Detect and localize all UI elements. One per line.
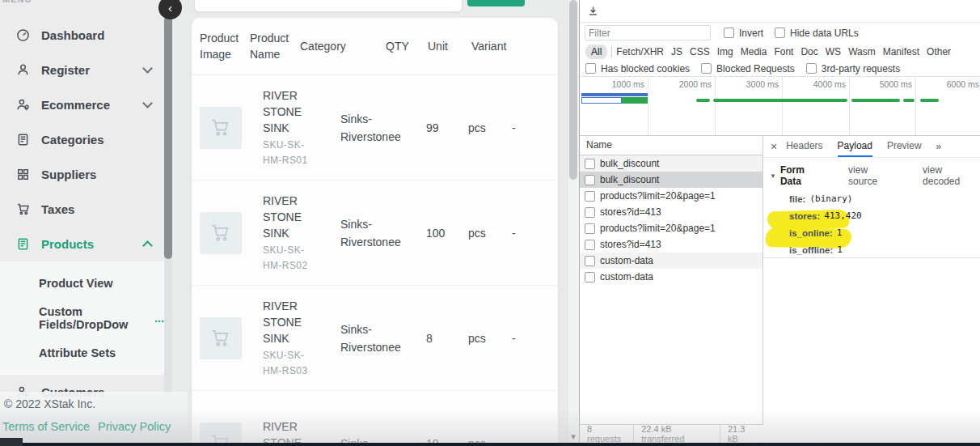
form-data-key: is_online: — [789, 228, 833, 238]
type-tab-font[interactable]: Font — [774, 46, 793, 57]
third-party-requests-checkbox[interactable] — [806, 63, 817, 74]
primary-action-button[interactable] — [467, 0, 525, 6]
request-row[interactable]: stores?id=413 — [580, 204, 762, 220]
type-tab-wasm[interactable]: Wasm — [848, 46, 876, 57]
sidebar-item-suppliers[interactable]: Suppliers — [0, 157, 164, 192]
blocked-requests-checkbox[interactable] — [701, 63, 712, 74]
form-data-entry-highlighted: is_offline: 1 — [763, 241, 980, 258]
request-name: products?limit=20&page=1 — [600, 223, 716, 234]
view-source-link[interactable]: view source — [848, 164, 898, 187]
sidebar-item-products[interactable]: Products — [0, 227, 164, 261]
timeline-gridline — [849, 77, 850, 135]
sidebar-item-categories[interactable]: Categories — [0, 122, 164, 157]
submenu-item-label: Attribute Sets — [39, 346, 116, 359]
request-row[interactable]: custom-data — [580, 253, 762, 269]
scrollbar-down-arrow[interactable]: ▾ — [568, 430, 579, 443]
sidebar-item-taxes[interactable]: Taxes — [0, 192, 164, 227]
type-tab-all[interactable]: All — [585, 45, 607, 59]
type-tab-fetch-xhr[interactable]: Fetch/XHR — [616, 46, 664, 57]
table-row[interactable]: RIVER STONE SINK SKU-SK-HM-RS03 Sinks-Ri… — [192, 286, 558, 391]
has-blocked-cookies-checkbox[interactable] — [585, 63, 596, 74]
timeline-gridline — [648, 77, 648, 135]
qty-cell: 8 — [426, 332, 468, 345]
column-header[interactable]: Variant — [471, 38, 508, 54]
type-tab-img[interactable]: Img — [717, 46, 733, 57]
request-checkbox[interactable] — [585, 207, 595, 218]
page-scrollbar-thumb[interactable] — [569, 0, 577, 180]
request-row[interactable]: products?limit=20&page=1 — [580, 220, 762, 236]
type-tab-doc[interactable]: Doc — [800, 46, 817, 57]
requests-pane: Name bulk_discount bulk_discount product… — [580, 136, 763, 446]
type-tab-media[interactable]: Media — [741, 46, 767, 57]
submenu-item-attribute-sets[interactable]: Attribute Sets — [0, 335, 164, 370]
request-checkbox[interactable] — [585, 272, 595, 282]
sidebar-item-ecommerce[interactable]: Ecommerce — [0, 87, 164, 122]
request-row[interactable]: products?limit=20&page=1 — [580, 188, 762, 204]
column-header[interactable]: Unit — [428, 38, 471, 54]
column-header[interactable]: Product Name — [250, 30, 300, 62]
type-tab-js[interactable]: JS — [671, 46, 682, 57]
form-data-key: is_offline: — [789, 245, 833, 255]
terms-of-service-link[interactable]: Terms of Service — [2, 420, 90, 433]
import-har-icon[interactable] — [588, 6, 598, 16]
timeline-request-bar — [696, 99, 710, 102]
request-row[interactable]: custom-data — [580, 269, 762, 285]
type-tab-css[interactable]: CSS — [690, 46, 710, 57]
column-header[interactable]: Category — [300, 38, 386, 54]
column-header[interactable]: QTY — [386, 38, 428, 54]
category-cell: Sinks-Riverstonee — [340, 110, 426, 146]
submenu-item-custom-fields[interactable]: Custom Fields/DropDow... — [0, 300, 164, 335]
request-checkbox[interactable] — [585, 240, 595, 250]
request-row[interactable]: stores?id=413 — [580, 236, 762, 253]
form-data-section-header[interactable]: ▼ Form Data view source view decoded — [770, 164, 980, 187]
search-input[interactable] — [194, 0, 463, 12]
tab-payload[interactable]: Payload — [838, 136, 872, 157]
category-cell: Sinks-Riverstonee — [340, 215, 426, 251]
request-checkbox[interactable] — [585, 223, 595, 234]
tab-headers[interactable]: Headers — [786, 136, 822, 157]
sidebar-item-register[interactable]: Register — [0, 53, 164, 87]
request-checkbox[interactable] — [585, 191, 595, 202]
product-image-cell — [200, 317, 263, 359]
table-row[interactable]: RIVER STONE SINK SKU-SK-HM-RS01 Sinks-Ri… — [192, 75, 558, 181]
submenu-item-label: Custom Fields/DropDow — [39, 305, 154, 331]
disclosure-triangle-icon[interactable]: ▼ — [770, 172, 776, 180]
invert-checkbox[interactable] — [724, 28, 734, 38]
network-overview-timeline[interactable]: 1000 ms 2000 ms 3000 ms 4000 ms 5000 ms … — [580, 76, 980, 136]
hide-data-urls-checkbox[interactable] — [775, 28, 785, 38]
sidebar-scrollbar-thumb[interactable] — [164, 16, 172, 259]
more-tabs-icon[interactable]: » — [936, 141, 942, 152]
request-row[interactable]: bulk_discount — [580, 155, 762, 172]
tab-preview[interactable]: Preview — [887, 136, 922, 157]
sidebar-item-dashboard[interactable]: Dashboard — [0, 18, 164, 53]
product-category: Sinks-Riverstonee — [340, 321, 415, 356]
request-checkbox[interactable] — [585, 256, 595, 266]
type-tab-other[interactable]: Other — [927, 46, 951, 57]
network-filter-input[interactable] — [585, 25, 711, 40]
column-header[interactable]: Product Image — [200, 30, 250, 62]
form-data-value: 1 — [837, 244, 843, 255]
timeline-gridline — [915, 77, 916, 135]
ecommerce-icon — [16, 98, 30, 112]
detail-tab-bar: × Headers Payload Preview » — [763, 136, 980, 158]
request-row-selected[interactable]: bulk_discount — [580, 172, 762, 188]
timeline-gridline — [715, 77, 716, 135]
chevron-down-icon — [142, 63, 153, 74]
type-tab-manifest[interactable]: Manifest — [883, 46, 919, 57]
request-checkbox[interactable] — [585, 175, 595, 185]
timeline-request-bar — [903, 99, 915, 102]
type-tab-ws[interactable]: WS — [826, 46, 841, 57]
close-icon[interactable]: × — [771, 140, 777, 153]
privacy-policy-link[interactable]: Privacy Policy — [98, 420, 171, 433]
table-row[interactable]: RIVER STONE SINK SKU-SK-HM-RS02 Sinks-Ri… — [192, 181, 558, 286]
table-row[interactable]: RIVER STONE SINK Sinks- 10 pcs - — [192, 391, 558, 446]
product-name-cell: RIVER STONE SINK SKU-SK-HM-RS01 — [263, 87, 340, 168]
submenu-item-product-view[interactable]: Product View — [0, 265, 164, 300]
view-decoded-link[interactable]: view decoded — [923, 164, 980, 187]
products-table-card: Product Image Product Name Category QTY … — [192, 18, 558, 446]
request-name: bulk_discount — [600, 174, 659, 185]
request-checkbox[interactable] — [585, 159, 595, 169]
name-column-header[interactable]: Name — [580, 136, 762, 155]
devtools-filter-row: Invert Hide data URLs — [580, 23, 980, 43]
variant-cell: - — [512, 227, 548, 240]
